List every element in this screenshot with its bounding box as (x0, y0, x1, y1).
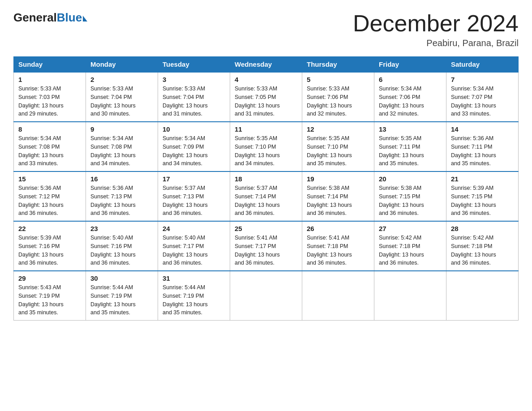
day-info: Sunrise: 5:38 AMSunset: 7:14 PMDaylight:… (307, 184, 369, 218)
week-row-2: 8Sunrise: 5:34 AMSunset: 7:08 PMDaylight… (14, 122, 519, 171)
day-info: Sunrise: 5:44 AMSunset: 7:19 PMDaylight:… (90, 283, 153, 317)
header-monday: Monday (86, 57, 158, 73)
calendar-cell: 14Sunrise: 5:36 AMSunset: 7:11 PMDayligh… (446, 122, 519, 171)
calendar-cell: 27Sunrise: 5:42 AMSunset: 7:18 PMDayligh… (374, 221, 446, 271)
day-info: Sunrise: 5:36 AMSunset: 7:13 PMDaylight:… (90, 184, 153, 218)
day-number: 29 (18, 274, 81, 282)
week-row-1: 1Sunrise: 5:33 AMSunset: 7:03 PMDaylight… (14, 72, 519, 122)
calendar-cell: 18Sunrise: 5:37 AMSunset: 7:14 PMDayligh… (230, 171, 302, 221)
day-info: Sunrise: 5:33 AMSunset: 7:03 PMDaylight:… (18, 85, 81, 118)
calendar-cell: 7Sunrise: 5:34 AMSunset: 7:07 PMDaylight… (446, 72, 519, 122)
day-info: Sunrise: 5:40 AMSunset: 7:16 PMDaylight:… (90, 234, 153, 267)
header-thursday: Thursday (302, 57, 374, 73)
day-info: Sunrise: 5:41 AMSunset: 7:17 PMDaylight:… (235, 234, 297, 267)
day-info: Sunrise: 5:40 AMSunset: 7:17 PMDaylight:… (163, 234, 225, 267)
header-saturday: Saturday (446, 57, 519, 73)
header-row: SundayMondayTuesdayWednesdayThursdayFrid… (14, 57, 519, 73)
header-sunday: Sunday (14, 57, 86, 73)
day-number: 20 (379, 175, 442, 183)
logo-general-text: General (13, 11, 57, 25)
day-number: 23 (90, 225, 153, 232)
calendar-cell: 30Sunrise: 5:44 AMSunset: 7:19 PMDayligh… (86, 271, 158, 321)
header-wednesday: Wednesday (230, 57, 302, 73)
calendar-cell (302, 271, 374, 321)
day-number: 27 (379, 225, 442, 232)
calendar-cell (374, 271, 446, 321)
calendar-cell: 4Sunrise: 5:33 AMSunset: 7:05 PMDaylight… (230, 72, 302, 122)
day-number: 24 (163, 225, 225, 232)
logo: General Blue (13, 11, 87, 25)
calendar-cell: 21Sunrise: 5:39 AMSunset: 7:15 PMDayligh… (446, 171, 519, 221)
day-number: 8 (18, 125, 81, 133)
day-info: Sunrise: 5:33 AMSunset: 7:06 PMDaylight:… (307, 85, 369, 118)
calendar-cell: 19Sunrise: 5:38 AMSunset: 7:14 PMDayligh… (302, 171, 374, 221)
calendar-cell: 25Sunrise: 5:41 AMSunset: 7:17 PMDayligh… (230, 221, 302, 271)
day-info: Sunrise: 5:39 AMSunset: 7:16 PMDaylight:… (18, 234, 81, 267)
day-info: Sunrise: 5:34 AMSunset: 7:08 PMDaylight:… (18, 134, 81, 168)
day-number: 12 (307, 125, 369, 133)
day-info: Sunrise: 5:34 AMSunset: 7:07 PMDaylight:… (451, 85, 514, 118)
calendar-cell: 5Sunrise: 5:33 AMSunset: 7:06 PMDaylight… (302, 72, 374, 122)
day-info: Sunrise: 5:35 AMSunset: 7:10 PMDaylight:… (307, 134, 369, 168)
calendar-cell: 20Sunrise: 5:38 AMSunset: 7:15 PMDayligh… (374, 171, 446, 221)
calendar-cell: 2Sunrise: 5:33 AMSunset: 7:04 PMDaylight… (86, 72, 158, 122)
day-info: Sunrise: 5:36 AMSunset: 7:11 PMDaylight:… (451, 134, 514, 168)
calendar-cell: 17Sunrise: 5:37 AMSunset: 7:13 PMDayligh… (158, 171, 230, 221)
calendar-cell: 12Sunrise: 5:35 AMSunset: 7:10 PMDayligh… (302, 122, 374, 171)
day-number: 18 (235, 175, 297, 183)
calendar-cell: 13Sunrise: 5:35 AMSunset: 7:11 PMDayligh… (374, 122, 446, 171)
calendar-cell: 11Sunrise: 5:35 AMSunset: 7:10 PMDayligh… (230, 122, 302, 171)
calendar-cell: 1Sunrise: 5:33 AMSunset: 7:03 PMDaylight… (14, 72, 86, 122)
day-info: Sunrise: 5:37 AMSunset: 7:13 PMDaylight:… (163, 184, 225, 218)
day-info: Sunrise: 5:43 AMSunset: 7:19 PMDaylight:… (18, 283, 81, 317)
day-number: 17 (163, 175, 225, 183)
day-info: Sunrise: 5:34 AMSunset: 7:09 PMDaylight:… (163, 134, 225, 168)
calendar-cell: 28Sunrise: 5:42 AMSunset: 7:18 PMDayligh… (446, 221, 519, 271)
calendar-cell: 3Sunrise: 5:33 AMSunset: 7:04 PMDaylight… (158, 72, 230, 122)
day-info: Sunrise: 5:33 AMSunset: 7:05 PMDaylight:… (235, 85, 297, 118)
calendar-cell: 9Sunrise: 5:34 AMSunset: 7:08 PMDaylight… (86, 122, 158, 171)
day-info: Sunrise: 5:41 AMSunset: 7:18 PMDaylight:… (307, 234, 369, 267)
title-block: December 2024 Peabiru, Parana, Brazil (353, 11, 519, 48)
day-info: Sunrise: 5:42 AMSunset: 7:18 PMDaylight:… (451, 234, 514, 267)
day-info: Sunrise: 5:35 AMSunset: 7:11 PMDaylight:… (379, 134, 442, 168)
calendar-cell: 16Sunrise: 5:36 AMSunset: 7:13 PMDayligh… (86, 171, 158, 221)
week-row-4: 22Sunrise: 5:39 AMSunset: 7:16 PMDayligh… (14, 221, 519, 271)
day-number: 21 (451, 175, 514, 183)
day-info: Sunrise: 5:34 AMSunset: 7:08 PMDaylight:… (90, 134, 153, 168)
header-friday: Friday (374, 57, 446, 73)
day-number: 3 (163, 76, 225, 83)
calendar-table: SundayMondayTuesdayWednesdayThursdayFrid… (13, 56, 519, 321)
calendar-cell (446, 271, 519, 321)
calendar-cell: 29Sunrise: 5:43 AMSunset: 7:19 PMDayligh… (14, 271, 86, 321)
day-number: 10 (163, 125, 225, 133)
calendar-cell: 6Sunrise: 5:34 AMSunset: 7:06 PMDaylight… (374, 72, 446, 122)
page-header: General Blue December 2024 Peabiru, Para… (13, 11, 519, 48)
day-number: 28 (451, 225, 514, 232)
day-number: 31 (163, 274, 225, 282)
day-info: Sunrise: 5:39 AMSunset: 7:15 PMDaylight:… (451, 184, 514, 218)
logo-triangle-icon (83, 16, 87, 21)
month-year-title: December 2024 (353, 11, 519, 36)
day-number: 14 (451, 125, 514, 133)
day-info: Sunrise: 5:33 AMSunset: 7:04 PMDaylight:… (163, 85, 225, 118)
day-number: 2 (90, 76, 153, 83)
calendar-cell: 10Sunrise: 5:34 AMSunset: 7:09 PMDayligh… (158, 122, 230, 171)
calendar-cell: 22Sunrise: 5:39 AMSunset: 7:16 PMDayligh… (14, 221, 86, 271)
day-info: Sunrise: 5:34 AMSunset: 7:06 PMDaylight:… (379, 85, 442, 118)
day-info: Sunrise: 5:38 AMSunset: 7:15 PMDaylight:… (379, 184, 442, 218)
day-info: Sunrise: 5:37 AMSunset: 7:14 PMDaylight:… (235, 184, 297, 218)
day-number: 11 (235, 125, 297, 133)
day-number: 5 (307, 76, 369, 83)
calendar-cell (230, 271, 302, 321)
day-number: 15 (18, 175, 81, 183)
calendar-cell: 31Sunrise: 5:44 AMSunset: 7:19 PMDayligh… (158, 271, 230, 321)
calendar-cell: 24Sunrise: 5:40 AMSunset: 7:17 PMDayligh… (158, 221, 230, 271)
day-number: 6 (379, 76, 442, 83)
day-number: 16 (90, 175, 153, 183)
day-number: 1 (18, 76, 81, 83)
day-number: 13 (379, 125, 442, 133)
calendar-cell: 15Sunrise: 5:36 AMSunset: 7:12 PMDayligh… (14, 171, 86, 221)
day-info: Sunrise: 5:35 AMSunset: 7:10 PMDaylight:… (235, 134, 297, 168)
day-info: Sunrise: 5:44 AMSunset: 7:19 PMDaylight:… (163, 283, 225, 317)
